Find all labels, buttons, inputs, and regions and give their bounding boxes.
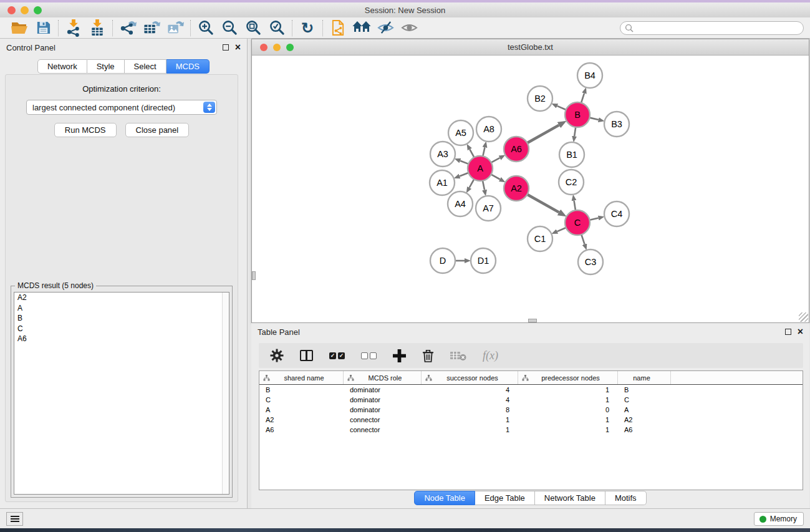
graph-node-B[interactable]: B — [565, 102, 590, 127]
optimization-criterion-select[interactable]: largest connected component (directed) — [26, 100, 217, 115]
cell[interactable]: A — [618, 406, 671, 414]
cell[interactable]: B — [618, 386, 671, 394]
search-box[interactable] — [620, 21, 804, 35]
resize-grip[interactable] — [799, 312, 808, 322]
cell[interactable]: A2 — [259, 416, 344, 423]
tab-mcds[interactable]: MCDS — [166, 59, 210, 74]
graph-node-C2[interactable]: C2 — [559, 170, 584, 195]
graph-node-C[interactable]: C — [565, 210, 590, 235]
graph-node-D[interactable]: D — [430, 248, 455, 273]
cell[interactable]: A6 — [618, 426, 671, 433]
select-all-columns-icon[interactable]: ✓✓ — [329, 352, 345, 359]
cell[interactable]: connector — [344, 426, 422, 433]
table-row-a6[interactable]: A6connector11A6 — [259, 425, 803, 435]
zoom-selected-icon[interactable] — [265, 19, 289, 37]
cell[interactable]: A — [259, 406, 344, 414]
table-row-c[interactable]: Cdominator41C — [259, 395, 803, 405]
table-row-b[interactable]: Bdominator41B — [259, 385, 803, 395]
vertical-scroll-nub[interactable] — [252, 271, 256, 280]
tab-network[interactable]: Network — [37, 59, 87, 74]
graph-node-A[interactable]: A — [468, 156, 493, 181]
column-header-shared-name[interactable]: shared name — [259, 371, 344, 384]
cell[interactable]: C — [259, 396, 344, 404]
open-file-icon[interactable] — [7, 19, 31, 37]
tab-select[interactable]: Select — [125, 59, 166, 74]
result-item-b[interactable]: B — [14, 313, 229, 324]
graph-node-C3[interactable]: C3 — [578, 249, 603, 274]
cell[interactable]: 1 — [422, 426, 518, 433]
network-graph[interactable]: B4B2BB3A8A5A6A3B1AC2A1A2A4A7C4CC1C3DD1 — [252, 56, 809, 322]
result-item-a2[interactable]: A2 — [14, 293, 229, 303]
cell[interactable]: dominator — [344, 386, 422, 394]
float-table-panel-icon[interactable] — [785, 329, 791, 335]
close-panel-icon[interactable]: × — [235, 44, 241, 51]
export-table-icon[interactable] — [140, 19, 163, 37]
cell[interactable]: 0 — [518, 406, 618, 414]
graph-node-A7[interactable]: A7 — [476, 196, 501, 221]
graph-node-A4[interactable]: A4 — [448, 191, 473, 216]
create-column-icon[interactable] — [393, 349, 406, 362]
graph-node-A6[interactable]: A6 — [504, 137, 529, 162]
table-row-a2[interactable]: A2connector11A2 — [259, 415, 803, 425]
tab-motifs[interactable]: Motifs — [605, 491, 647, 505]
new-network-from-selection-icon[interactable] — [326, 19, 350, 37]
cell[interactable]: 1 — [518, 396, 618, 404]
show-all-icon[interactable] — [397, 19, 421, 37]
graph-node-A1[interactable]: A1 — [430, 170, 455, 195]
column-header-successor-nodes[interactable]: successor nodes — [422, 371, 518, 384]
graph-node-A5[interactable]: A5 — [448, 120, 473, 145]
result-scrollbar[interactable] — [222, 293, 229, 494]
table-settings-icon[interactable] — [270, 349, 284, 362]
save-session-icon[interactable] — [31, 19, 55, 37]
result-item-c[interactable]: C — [14, 324, 229, 334]
close-panel-button[interactable]: Close panel — [125, 123, 190, 137]
cell[interactable]: dominator — [344, 396, 422, 404]
graph-node-C4[interactable]: C4 — [604, 201, 629, 226]
export-network-icon[interactable] — [116, 19, 140, 37]
split-panel-icon[interactable] — [300, 350, 313, 361]
cell[interactable]: 1 — [422, 416, 518, 423]
zoom-in-icon[interactable] — [194, 19, 218, 37]
graph-node-B2[interactable]: B2 — [528, 86, 552, 111]
graph-node-B1[interactable]: B1 — [559, 142, 584, 167]
table-row-a[interactable]: Adominator80A — [259, 405, 803, 415]
result-item-a[interactable]: A — [14, 303, 229, 314]
node-table[interactable]: shared nameMCDS rolesuccessor nodesprede… — [259, 370, 803, 490]
import-network-icon[interactable] — [62, 19, 85, 37]
tab-edge-table[interactable]: Edge Table — [475, 491, 535, 505]
delete-columns-icon[interactable] — [422, 349, 434, 363]
cell[interactable]: connector — [344, 416, 422, 423]
cell[interactable]: C — [618, 396, 671, 404]
graph-node-A2[interactable]: A2 — [504, 176, 529, 201]
export-image-icon[interactable] — [163, 19, 187, 37]
cell[interactable]: B — [259, 386, 344, 394]
mcds-result-list[interactable]: A2ABCA6 — [14, 292, 229, 495]
close-table-panel-icon[interactable]: × — [798, 329, 803, 335]
graph-node-C1[interactable]: C1 — [528, 226, 552, 251]
graph-node-B4[interactable]: B4 — [577, 63, 602, 88]
hide-selected-icon[interactable] — [374, 19, 397, 37]
cell[interactable]: A6 — [259, 426, 344, 433]
graph-node-A3[interactable]: A3 — [430, 142, 455, 167]
horizontal-scroll-nub[interactable] — [528, 319, 537, 322]
tab-network-table[interactable]: Network Table — [535, 491, 605, 505]
cell[interactable]: 4 — [422, 396, 518, 404]
cell[interactable]: 1 — [518, 386, 618, 394]
column-header-mcds-role[interactable]: MCDS role — [344, 371, 422, 384]
task-history-button[interactable] — [6, 512, 23, 526]
show-hide-graphics-details-icon[interactable] — [350, 19, 374, 37]
cell[interactable]: 1 — [518, 426, 618, 433]
function-builder-icon[interactable]: f(x) — [483, 349, 498, 362]
run-mcds-button[interactable]: Run MCDS — [54, 123, 117, 137]
graph-node-B3[interactable]: B3 — [604, 112, 629, 137]
result-item-a6[interactable]: A6 — [14, 334, 229, 344]
cell[interactable]: A2 — [618, 416, 671, 423]
refresh-view-icon[interactable]: ↻ — [296, 19, 319, 37]
graph-node-D1[interactable]: D1 — [471, 248, 496, 273]
unselect-all-columns-icon[interactable] — [361, 352, 377, 359]
graph-node-A8[interactable]: A8 — [476, 117, 501, 142]
cell[interactable]: 1 — [518, 416, 618, 423]
network-canvas[interactable]: B4B2BB3A8A5A6A3B1AC2A1A2A4A7C4CC1C3DD1 — [252, 56, 809, 322]
delete-table-icon[interactable] — [450, 350, 466, 361]
cell[interactable]: dominator — [344, 406, 422, 414]
